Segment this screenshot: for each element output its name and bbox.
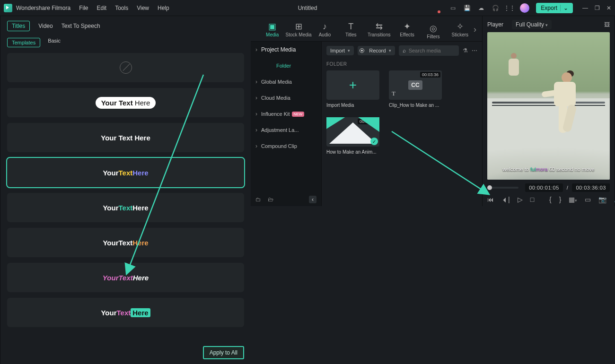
display-icon[interactable]: ▭ <box>585 196 591 203</box>
template-italic[interactable]: Your Text Here <box>7 263 244 292</box>
step-back-icon[interactable]: ⏴| <box>501 196 510 203</box>
seek-bar[interactable] <box>487 187 518 189</box>
user-avatar[interactable] <box>520 3 529 13</box>
mode-tab-transitions[interactable]: ⇆Transitions <box>364 22 394 37</box>
apps-icon[interactable]: ⋮⋮ <box>506 4 513 12</box>
media-clip-cc[interactable]: 00:03:36 CC T Clip_How to Make an ... <box>389 70 442 108</box>
subtab-basic[interactable]: Basic <box>48 38 61 47</box>
timecode-current: 00:00:01:05 <box>525 183 563 192</box>
window-close[interactable]: ✕ <box>606 5 611 11</box>
app-logo-icon <box>4 4 12 12</box>
prev-frame-icon[interactable]: ⏮ <box>487 196 494 203</box>
search-input[interactable] <box>409 48 455 53</box>
mark-in-icon[interactable]: { <box>549 196 552 203</box>
search-media[interactable]: ⌕ <box>399 45 459 56</box>
effects-icon: ✦ <box>404 22 411 31</box>
notification-dot-icon <box>438 10 440 13</box>
subtitle-overlay: welcome to fulmora 60 second no move <box>487 166 610 172</box>
sidebar-project-media[interactable]: Project Media <box>251 42 321 58</box>
transitions-icon: ⇆ <box>376 22 383 31</box>
sidebar-cloud-media[interactable]: Cloud Media <box>251 90 321 106</box>
template-pill[interactable]: Your Text Here <box>7 88 244 117</box>
import-media-tile[interactable]: + Import Media <box>326 70 379 108</box>
mode-tab-filters[interactable]: ◎Filters <box>420 20 446 39</box>
snapshot-settings-icon[interactable]: 🖼 <box>604 21 610 28</box>
title-templates-list: Your Text Here Your Text Here Your Text … <box>0 51 251 341</box>
player-tab[interactable]: Player <box>487 21 503 28</box>
inspector-panel: Titles Video Text To Speech Templates Ba… <box>0 16 251 364</box>
template-boxed[interactable]: Your Text Here <box>7 298 244 327</box>
sidebar-compound-clip[interactable]: Compound Clip <box>251 138 321 154</box>
mode-tab-effects[interactable]: ✦Effects <box>394 22 420 37</box>
save-icon[interactable]: 💾 <box>463 4 471 12</box>
record-dropdown[interactable]: Record▾ <box>358 46 395 55</box>
none-icon <box>120 61 132 74</box>
titlebar-right: ▭ 💾 ☁ 🎧 ⋮⋮ Export ⌄ — ❐ ✕ <box>449 3 611 13</box>
sidebar-global-media[interactable]: Global Media <box>251 74 321 90</box>
video-viewport[interactable]: welcome to fulmora 60 second no move <box>487 32 610 180</box>
media-clip-used[interactable]: 00:03:36 ✓ How to Make an Anim... <box>326 117 379 155</box>
sidebar-collapse[interactable]: ‹ <box>309 196 316 203</box>
template-none[interactable] <box>7 53 244 82</box>
filter-icon[interactable]: ⚗ <box>463 47 468 54</box>
tab-titles[interactable]: Titles <box>7 21 30 31</box>
template-green[interactable]: Your Text Here <box>7 193 244 222</box>
chevron-down-icon: ▾ <box>389 48 391 53</box>
quality-select[interactable]: Full Quality ▾ <box>512 20 552 29</box>
menu-file[interactable]: File <box>79 5 88 11</box>
safe-zone-icon[interactable]: ▦▾ <box>569 196 577 203</box>
tab-video[interactable]: Video <box>38 23 53 29</box>
template-plain[interactable]: Your Text Here <box>7 123 244 152</box>
media-panel: ▣Media ⊞Stock Media ♪Audio TTitles ⇆Tran… <box>251 16 483 206</box>
tab-tts[interactable]: Text To Speech <box>62 23 100 29</box>
mode-tab-audio[interactable]: ♪Audio <box>312 22 338 37</box>
mode-tabs: ▣Media ⊞Stock Media ♪Audio TTitles ⇆Tran… <box>251 16 482 42</box>
stock-icon: ⊞ <box>295 22 302 31</box>
mode-tab-stickers[interactable]: ✧Stickers <box>447 22 474 37</box>
audio-icon: ♪ <box>323 22 327 31</box>
import-dropdown[interactable]: Import▾ <box>326 46 354 55</box>
play-icon[interactable]: ▷ <box>518 196 523 203</box>
subtab-templates[interactable]: Templates <box>7 38 40 47</box>
mode-tab-stock[interactable]: ⊞Stock Media <box>285 22 311 37</box>
document-title: Untitled <box>298 5 317 11</box>
apply-to-all-button[interactable]: Apply to All <box>203 346 244 359</box>
sidebar-folder[interactable]: Folder <box>251 58 321 74</box>
filters-icon: ◎ <box>430 24 437 33</box>
duration-badge: 00:03:36 <box>420 72 440 78</box>
folder-add-icon[interactable]: 🗀 <box>255 196 261 203</box>
template-orange[interactable]: Your Text Here <box>7 228 244 257</box>
sidebar-adjustment-layer[interactable]: Adjustment La... <box>251 122 321 138</box>
headset-icon[interactable]: 🎧 <box>492 4 499 12</box>
record-icon <box>360 48 364 53</box>
window-minimize[interactable]: — <box>582 5 588 11</box>
more-icon[interactable]: ⋯ <box>472 47 477 54</box>
sidebar-influence-kit[interactable]: Influence KitNEW <box>251 106 321 122</box>
menu-help[interactable]: Help <box>158 5 169 11</box>
menu-tools[interactable]: Tools <box>115 5 128 11</box>
tabs-scroll-right[interactable]: › <box>474 25 476 35</box>
mode-tab-titles[interactable]: TTitles <box>338 22 364 37</box>
export-button[interactable]: Export ⌄ <box>536 3 573 13</box>
snapshot-icon[interactable]: 📷 <box>598 196 606 203</box>
stop-icon[interactable]: □ <box>530 196 534 203</box>
mode-tab-media[interactable]: ▣Media <box>259 22 285 37</box>
media-content: Import▾ Record▾ ⌕ ⚗ ⋯ FOLDER + Import Me… <box>322 42 482 206</box>
menu-view[interactable]: View <box>137 5 149 11</box>
cc-icon: CC <box>408 80 422 90</box>
window-maximize[interactable]: ❐ <box>595 5 600 11</box>
folder-open-icon[interactable]: 🗁 <box>268 196 273 203</box>
cloud-icon[interactable]: ☁ <box>477 4 485 12</box>
chevron-down-icon: ▾ <box>545 23 548 27</box>
template-tricolor[interactable]: Your Text Here <box>7 158 244 187</box>
media-sidebar: Project Media Folder Global Media Cloud … <box>251 42 322 206</box>
menu-edit[interactable]: Edit <box>97 5 107 11</box>
player-panel: Player Full Quality ▾ 🖼 welcome to fulmo… <box>483 16 615 206</box>
search-icon: ⌕ <box>403 47 406 54</box>
titlebar: Wondershare Filmora File Edit Tools View… <box>0 0 615 16</box>
desktop-icon[interactable]: ▭ <box>449 4 457 12</box>
export-label: Export <box>541 5 557 11</box>
mark-out-icon[interactable]: } <box>559 196 562 203</box>
media-icon: ▣ <box>268 22 276 31</box>
check-icon: ✓ <box>370 138 378 145</box>
